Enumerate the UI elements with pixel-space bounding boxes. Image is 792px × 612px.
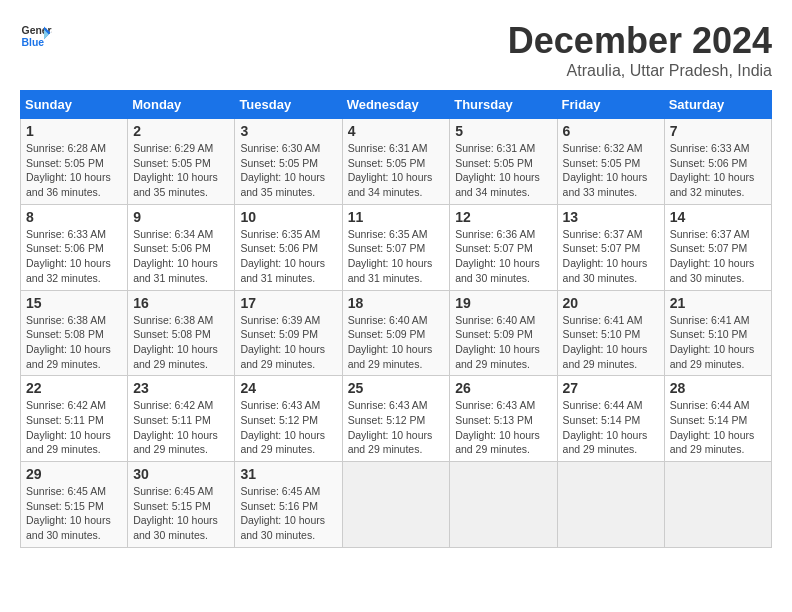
calendar-cell: 18Sunrise: 6:40 AM Sunset: 5:09 PM Dayli… <box>342 290 450 376</box>
calendar-cell: 28Sunrise: 6:44 AM Sunset: 5:14 PM Dayli… <box>664 376 771 462</box>
day-of-week-header: Saturday <box>664 91 771 119</box>
calendar-cell: 23Sunrise: 6:42 AM Sunset: 5:11 PM Dayli… <box>128 376 235 462</box>
day-info: Sunrise: 6:45 AM Sunset: 5:15 PM Dayligh… <box>133 484 229 543</box>
calendar-cell: 20Sunrise: 6:41 AM Sunset: 5:10 PM Dayli… <box>557 290 664 376</box>
day-number: 19 <box>455 295 551 311</box>
calendar-cell: 26Sunrise: 6:43 AM Sunset: 5:13 PM Dayli… <box>450 376 557 462</box>
day-number: 27 <box>563 380 659 396</box>
calendar-cell: 27Sunrise: 6:44 AM Sunset: 5:14 PM Dayli… <box>557 376 664 462</box>
day-info: Sunrise: 6:34 AM Sunset: 5:06 PM Dayligh… <box>133 227 229 286</box>
day-info: Sunrise: 6:29 AM Sunset: 5:05 PM Dayligh… <box>133 141 229 200</box>
calendar-cell: 10Sunrise: 6:35 AM Sunset: 5:06 PM Dayli… <box>235 204 342 290</box>
day-number: 8 <box>26 209 122 225</box>
calendar-week-row: 15Sunrise: 6:38 AM Sunset: 5:08 PM Dayli… <box>21 290 772 376</box>
day-info: Sunrise: 6:36 AM Sunset: 5:07 PM Dayligh… <box>455 227 551 286</box>
day-number: 6 <box>563 123 659 139</box>
day-info: Sunrise: 6:41 AM Sunset: 5:10 PM Dayligh… <box>670 313 766 372</box>
day-info: Sunrise: 6:40 AM Sunset: 5:09 PM Dayligh… <box>348 313 445 372</box>
day-number: 13 <box>563 209 659 225</box>
day-info: Sunrise: 6:31 AM Sunset: 5:05 PM Dayligh… <box>455 141 551 200</box>
day-info: Sunrise: 6:42 AM Sunset: 5:11 PM Dayligh… <box>133 398 229 457</box>
day-number: 10 <box>240 209 336 225</box>
day-info: Sunrise: 6:35 AM Sunset: 5:06 PM Dayligh… <box>240 227 336 286</box>
calendar-table: SundayMondayTuesdayWednesdayThursdayFrid… <box>20 90 772 548</box>
day-info: Sunrise: 6:39 AM Sunset: 5:09 PM Dayligh… <box>240 313 336 372</box>
day-info: Sunrise: 6:31 AM Sunset: 5:05 PM Dayligh… <box>348 141 445 200</box>
calendar-cell: 9Sunrise: 6:34 AM Sunset: 5:06 PM Daylig… <box>128 204 235 290</box>
calendar-cell: 7Sunrise: 6:33 AM Sunset: 5:06 PM Daylig… <box>664 119 771 205</box>
day-number: 14 <box>670 209 766 225</box>
day-info: Sunrise: 6:41 AM Sunset: 5:10 PM Dayligh… <box>563 313 659 372</box>
day-number: 1 <box>26 123 122 139</box>
title-block: December 2024 Atraulia, Uttar Pradesh, I… <box>508 20 772 80</box>
logo: General Blue <box>20 20 52 52</box>
calendar-cell: 15Sunrise: 6:38 AM Sunset: 5:08 PM Dayli… <box>21 290 128 376</box>
page-header: General Blue December 2024 Atraulia, Utt… <box>20 20 772 80</box>
svg-text:Blue: Blue <box>22 37 45 48</box>
logo-icon: General Blue <box>20 20 52 52</box>
day-info: Sunrise: 6:43 AM Sunset: 5:13 PM Dayligh… <box>455 398 551 457</box>
day-info: Sunrise: 6:33 AM Sunset: 5:06 PM Dayligh… <box>670 141 766 200</box>
calendar-cell: 29Sunrise: 6:45 AM Sunset: 5:15 PM Dayli… <box>21 462 128 548</box>
day-info: Sunrise: 6:44 AM Sunset: 5:14 PM Dayligh… <box>670 398 766 457</box>
day-number: 18 <box>348 295 445 311</box>
calendar-cell <box>450 462 557 548</box>
day-number: 9 <box>133 209 229 225</box>
calendar-cell: 30Sunrise: 6:45 AM Sunset: 5:15 PM Dayli… <box>128 462 235 548</box>
calendar-cell: 5Sunrise: 6:31 AM Sunset: 5:05 PM Daylig… <box>450 119 557 205</box>
day-number: 24 <box>240 380 336 396</box>
day-number: 20 <box>563 295 659 311</box>
day-info: Sunrise: 6:44 AM Sunset: 5:14 PM Dayligh… <box>563 398 659 457</box>
day-number: 12 <box>455 209 551 225</box>
day-info: Sunrise: 6:38 AM Sunset: 5:08 PM Dayligh… <box>133 313 229 372</box>
day-info: Sunrise: 6:32 AM Sunset: 5:05 PM Dayligh… <box>563 141 659 200</box>
day-number: 16 <box>133 295 229 311</box>
day-number: 25 <box>348 380 445 396</box>
day-info: Sunrise: 6:45 AM Sunset: 5:15 PM Dayligh… <box>26 484 122 543</box>
calendar-week-row: 1Sunrise: 6:28 AM Sunset: 5:05 PM Daylig… <box>21 119 772 205</box>
day-of-week-header: Sunday <box>21 91 128 119</box>
calendar-cell: 22Sunrise: 6:42 AM Sunset: 5:11 PM Dayli… <box>21 376 128 462</box>
calendar-cell: 13Sunrise: 6:37 AM Sunset: 5:07 PM Dayli… <box>557 204 664 290</box>
day-number: 2 <box>133 123 229 139</box>
calendar-cell: 11Sunrise: 6:35 AM Sunset: 5:07 PM Dayli… <box>342 204 450 290</box>
day-number: 31 <box>240 466 336 482</box>
calendar-cell: 14Sunrise: 6:37 AM Sunset: 5:07 PM Dayli… <box>664 204 771 290</box>
day-number: 15 <box>26 295 122 311</box>
day-number: 28 <box>670 380 766 396</box>
calendar-cell: 8Sunrise: 6:33 AM Sunset: 5:06 PM Daylig… <box>21 204 128 290</box>
day-number: 7 <box>670 123 766 139</box>
day-info: Sunrise: 6:37 AM Sunset: 5:07 PM Dayligh… <box>670 227 766 286</box>
day-number: 17 <box>240 295 336 311</box>
day-number: 30 <box>133 466 229 482</box>
day-number: 23 <box>133 380 229 396</box>
day-number: 26 <box>455 380 551 396</box>
month-title: December 2024 <box>508 20 772 62</box>
day-info: Sunrise: 6:38 AM Sunset: 5:08 PM Dayligh… <box>26 313 122 372</box>
calendar-cell <box>342 462 450 548</box>
day-number: 4 <box>348 123 445 139</box>
day-number: 11 <box>348 209 445 225</box>
day-number: 5 <box>455 123 551 139</box>
day-number: 3 <box>240 123 336 139</box>
day-number: 22 <box>26 380 122 396</box>
day-info: Sunrise: 6:40 AM Sunset: 5:09 PM Dayligh… <box>455 313 551 372</box>
calendar-cell: 24Sunrise: 6:43 AM Sunset: 5:12 PM Dayli… <box>235 376 342 462</box>
day-of-week-header: Thursday <box>450 91 557 119</box>
day-number: 29 <box>26 466 122 482</box>
calendar-header-row: SundayMondayTuesdayWednesdayThursdayFrid… <box>21 91 772 119</box>
calendar-cell <box>557 462 664 548</box>
calendar-cell: 1Sunrise: 6:28 AM Sunset: 5:05 PM Daylig… <box>21 119 128 205</box>
day-info: Sunrise: 6:43 AM Sunset: 5:12 PM Dayligh… <box>240 398 336 457</box>
location-subtitle: Atraulia, Uttar Pradesh, India <box>508 62 772 80</box>
day-info: Sunrise: 6:28 AM Sunset: 5:05 PM Dayligh… <box>26 141 122 200</box>
calendar-cell: 17Sunrise: 6:39 AM Sunset: 5:09 PM Dayli… <box>235 290 342 376</box>
day-of-week-header: Wednesday <box>342 91 450 119</box>
day-info: Sunrise: 6:30 AM Sunset: 5:05 PM Dayligh… <box>240 141 336 200</box>
day-info: Sunrise: 6:42 AM Sunset: 5:11 PM Dayligh… <box>26 398 122 457</box>
day-info: Sunrise: 6:45 AM Sunset: 5:16 PM Dayligh… <box>240 484 336 543</box>
day-of-week-header: Friday <box>557 91 664 119</box>
calendar-cell <box>664 462 771 548</box>
day-info: Sunrise: 6:35 AM Sunset: 5:07 PM Dayligh… <box>348 227 445 286</box>
calendar-cell: 25Sunrise: 6:43 AM Sunset: 5:12 PM Dayli… <box>342 376 450 462</box>
